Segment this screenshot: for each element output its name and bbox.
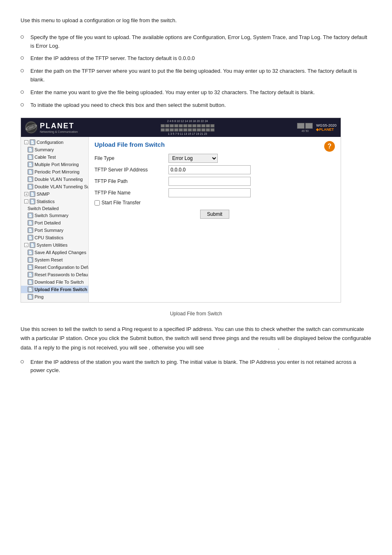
sidebar-item-summary[interactable]: 📄 Summary [21,146,88,153]
sidebar-label-ping: Ping [35,294,44,299]
checkbox-label: Start File Transfer [101,200,141,206]
sidebar-item-ping[interactable]: 📄 Ping [21,293,88,301]
bullet-list: Specify the type of file you want to upl… [21,33,371,110]
sidebar-item-reset-pass[interactable]: 📄 Reset Passwords to Defaults [21,271,88,278]
sidebar-item-port-detailed[interactable]: 📄 Port Detailed [21,219,88,227]
section2-text3: . [278,345,279,351]
sidebar-item-system-reset[interactable]: 📄 System Reset [21,256,88,264]
sidebar-label-cpu: CPU Statistics [35,235,63,240]
bullet-list-2: Enter the IP address of the station you … [21,358,371,375]
sidebar-label-sysreset: System Reset [35,257,62,262]
sidebar-item-dvlan[interactable]: 📄 Double VLAN Tunneling [21,176,88,183]
tftp-ip-input[interactable] [168,165,251,174]
sidebar-label-upload: Upload File From Switch [35,287,87,292]
sidebar-item-snmp[interactable]: + 📄 SNMP [21,190,88,198]
sidebar-icon-cable: 📄 [28,154,33,160]
tftp-name-label: TFTP File Name [95,190,168,196]
sidebar-item-switch-detailed[interactable]: Switch Detailed [21,205,88,212]
checkbox-row: Start File Transfer [95,200,335,206]
file-type-select[interactable]: Configuration Error Log System Trace Tra… [168,154,218,163]
sidebar-label-config: Configuration [37,140,63,145]
sidebar-item-multiple-port[interactable]: 📄 Multiple Port Mirroring [21,161,88,168]
sidebar-item-cable-test[interactable]: 📄 Cable Test [21,153,88,161]
bullet-text-2: Enter the IP address of the TFTP server.… [30,54,371,63]
sidebar-label-sw-detail: Switch Detailed [28,206,59,211]
sidebar-label-multi-port: Multiple Port Mirroring [35,162,79,167]
model-label: WGS5-2020 [316,123,337,127]
header-right: 49 50 WGS5-2020 ◆PLANET [297,123,337,132]
bullet-dot-2 [21,56,24,60]
sidebar[interactable]: - 📄 Configuration 📄 Summary 📄 Cable Test… [21,137,89,302]
sidebar-icon-upload: 📄 [28,287,33,292]
tftp-path-input[interactable] [168,177,251,186]
file-type-row: File Type Configuration Error Log System… [95,154,335,163]
sidebar-icon-sysreset: 📄 [28,257,33,263]
sidebar-icon-download: 📄 [28,279,33,285]
submit-button[interactable]: Submit [200,210,229,219]
sidebar-icon-resetpass: 📄 [28,272,33,278]
sidebar-item-switch-summary[interactable]: 📄 Switch Summary [21,212,88,219]
sidebar-item-periodic-port[interactable]: 📄 Periodic Port Mirroring [21,168,88,176]
tftp-path-label: TFTP File Path [95,178,168,184]
sidebar-icon-resetcfg: 📄 [28,264,33,270]
intro-text: Use this menu to upload a configuration … [21,16,371,25]
sidebar-label-periodic: Periodic Port Mirroring [35,169,79,174]
sidebar-item-sys-util[interactable]: - 📄 System Utilities [21,241,88,249]
content-pane: Upload File from Switch ? File Type Conf… [89,137,341,302]
sidebar-item-reset-config[interactable]: 📄 Reset Configuration to Defau... [21,264,88,271]
port-diagram: 2 4 6 8 10 12 14 16 18 20 22 24 [161,120,214,135]
bullet-text-1: Specify the type of file you want to upl… [30,33,371,51]
sidebar-icon-config: 📄 [30,139,35,145]
sidebar-icon-periodic: 📄 [28,169,33,175]
sidebar-label-resetcfg: Reset Configuration to Defau... [35,265,88,270]
bullet-text-3: Enter the path on the TFTP server where … [30,67,371,84]
sidebar-icon-save: 📄 [28,250,33,255]
tree-toggle-sysutil[interactable]: - [24,243,28,247]
page-title: Upload File from Switch [95,141,165,148]
svg-point-2 [29,125,34,130]
tree-toggle-stats[interactable]: - [24,199,28,204]
bullet-item-5: To initiate the upload you need to check… [21,101,371,110]
sidebar-icon-cpu: 📄 [28,235,33,240]
sidebar-item-upload[interactable]: 📄 Upload File From Switch [21,286,88,293]
sidebar-icon-port-sum: 📄 [28,227,33,233]
sidebar-icon-ping: 📄 [28,294,33,300]
sidebar-icon-snmp: 📄 [30,191,35,197]
sidebar-label-summary: Summary [35,147,54,152]
sidebar-item-dvlan-sum[interactable]: 📄 Double VLAN Tunneling Sum... [21,183,88,190]
sidebar-item-configuration[interactable]: - 📄 Configuration [21,139,88,146]
sidebar-icon-port-detail: 📄 [28,220,33,226]
tftp-name-input[interactable] [168,188,251,197]
sidebar-label-dvlan: Double VLAN Tunneling [35,177,83,182]
tftp-path-row: TFTP File Path [95,177,335,186]
sidebar-icon-stats: 📄 [30,199,35,204]
sidebar-label-port-detail: Port Detailed [35,220,61,225]
section2-text: Use this screen to tell the switch to se… [21,325,371,352]
bullet-dot-5 [21,103,24,106]
device-header: PLANET Networking & Communication 2 4 6 … [21,118,341,137]
sidebar-icon-summary: 📄 [28,147,33,153]
sidebar-item-port-summary[interactable]: 📄 Port Summary [21,227,88,234]
tftp-name-row: TFTP File Name [95,188,335,197]
sidebar-label-download: Download File To Switch [35,280,84,284]
sidebar-item-download[interactable]: 📄 Download File To Switch [21,278,88,286]
sidebar-label-stats: Statistics [37,199,55,204]
bullet-item-6: Enter the IP address of the station you … [21,358,371,375]
file-type-label: File Type [95,155,168,161]
bullet-item-3: Enter the path on the TFTP server where … [21,67,371,84]
sidebar-label-cable: Cable Test [35,155,56,160]
tftp-ip-label: TFTP Server IP Address [95,167,168,173]
sidebar-icon-sysutil: 📄 [30,242,35,248]
sidebar-icon-sw-sum: 📄 [28,213,33,218]
tftp-ip-row: TFTP Server IP Address [95,165,335,174]
help-icon[interactable]: ? [324,141,335,152]
sidebar-item-statistics[interactable]: - 📄 Statistics [21,198,88,205]
start-transfer-checkbox[interactable] [95,200,100,206]
tree-toggle-snmp[interactable]: + [24,192,28,196]
sidebar-label-resetpass: Reset Passwords to Defaults [35,272,88,277]
planet-logo-icon [25,121,37,134]
tree-toggle-config[interactable]: - [24,140,28,144]
bullet-dot-6 [21,360,24,363]
sidebar-item-cpu-stats[interactable]: 📄 CPU Statistics [21,234,88,241]
sidebar-item-save-changes[interactable]: 📄 Save All Applied Changes [21,249,88,256]
